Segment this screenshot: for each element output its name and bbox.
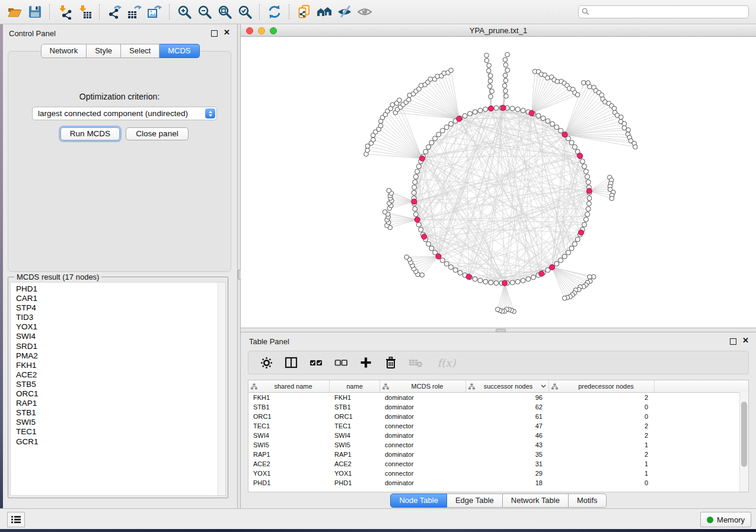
predecessor-nodes-cell: 2: [549, 450, 655, 459]
mcds-result-item[interactable]: GCR1: [11, 437, 218, 447]
new-network-from-selection-button[interactable]: [294, 3, 314, 21]
mcds-result-item[interactable]: SRD1: [11, 342, 218, 351]
table-row[interactable]: ORC1ORC1dominator610: [248, 412, 748, 421]
horizontal-splitter[interactable]: [241, 328, 756, 332]
deselect-all-button[interactable]: [334, 355, 348, 370]
network-window-titlebar[interactable]: YPA_prune.txt_1: [241, 24, 756, 37]
export-network-button[interactable]: [104, 3, 125, 21]
function-builder-button[interactable]: f(x): [433, 355, 460, 370]
network-fan-edges: [366, 55, 636, 311]
table-row[interactable]: SWI5SWI5connector431: [248, 440, 748, 450]
network-canvas[interactable]: [241, 37, 756, 328]
column-header-predecessor-nodes[interactable]: predecessor nodes: [549, 380, 655, 392]
show-panels-list-button[interactable]: [7, 512, 25, 527]
tab-motifs[interactable]: Motifs: [569, 493, 607, 508]
tab-edge-table[interactable]: Edge Table: [447, 493, 503, 508]
mcds-result-item[interactable]: STB5: [11, 380, 218, 389]
zoom-out-button[interactable]: [194, 3, 215, 21]
table-row[interactable]: PHD1PHD1dominator180: [248, 478, 748, 488]
mcds-result-item[interactable]: PHD1: [11, 284, 218, 294]
mcds-result-item[interactable]: ACE2: [11, 370, 218, 380]
mcds-role-cell: dominator: [380, 393, 466, 402]
name-cell: YOX1: [330, 469, 380, 478]
mcds-result-item[interactable]: SWI5: [11, 418, 218, 427]
import-table-icon: [77, 4, 92, 20]
mcds-result-item[interactable]: CAR1: [11, 294, 218, 303]
search-input[interactable]: [578, 5, 749, 18]
tab-network[interactable]: Network: [40, 44, 87, 58]
save-session-button[interactable]: [25, 3, 45, 21]
mcds-result-item[interactable]: YOX1: [11, 322, 218, 332]
apply-layout-button[interactable]: [264, 3, 285, 21]
eye-slash-icon: [336, 4, 353, 20]
float-panel-button[interactable]: [211, 30, 218, 37]
zoom-selected-button[interactable]: [235, 3, 255, 21]
column-header-mcds-role[interactable]: MCDS role: [380, 380, 466, 392]
shared-name-cell: TEC1: [248, 421, 330, 431]
predecessor-nodes-cell: 1: [549, 440, 655, 450]
tab-network-table[interactable]: Network Table: [503, 493, 569, 508]
mcds-result-item[interactable]: TEC1: [11, 427, 218, 437]
select-all-button[interactable]: [309, 355, 323, 370]
add-column-button[interactable]: [359, 355, 373, 370]
close-panel-button-mcds[interactable]: Close panel: [126, 127, 189, 140]
export-image-button[interactable]: [145, 3, 165, 21]
tab-style[interactable]: Style: [87, 44, 121, 58]
table-row[interactable]: RAP1RAP1dominator352: [248, 450, 748, 459]
zoom-in-button[interactable]: [174, 3, 194, 21]
mcds-result-item[interactable]: SWI4: [11, 332, 218, 341]
network-window-title: YPA_prune.txt_1: [241, 26, 756, 35]
hide-selected-button[interactable]: [334, 3, 355, 21]
attribute-type-icon: [551, 383, 558, 390]
import-table-button[interactable]: [75, 3, 95, 21]
refresh-icon: [267, 4, 282, 20]
network-graph[interactable]: [241, 37, 756, 328]
run-mcds-button[interactable]: Run MCDS: [60, 127, 120, 140]
tab-node-table[interactable]: Node Table: [390, 493, 447, 508]
mcds-result-item[interactable]: FKH1: [11, 361, 218, 370]
tab-mcds[interactable]: MCDS: [160, 44, 199, 58]
show-columns-button[interactable]: [284, 355, 298, 370]
shared-name-cell: RAP1: [248, 450, 330, 459]
close-panel-button[interactable]: ✕: [742, 336, 749, 345]
optimization-criterion-select[interactable]: largest connected component (undirected): [32, 107, 217, 120]
export-table-button[interactable]: [125, 3, 145, 21]
column-header-shared-name[interactable]: shared name: [248, 380, 330, 392]
successor-nodes-cell: 96: [466, 393, 549, 402]
tab-select[interactable]: Select: [121, 44, 160, 58]
show-hidden-button[interactable]: [355, 3, 375, 21]
import-network-button[interactable]: [55, 3, 75, 21]
table-row[interactable]: ACE2ACE2connector311: [248, 459, 748, 469]
mcds-result-item[interactable]: RAP1: [11, 399, 218, 408]
table-header-row: shared namenameMCDS rolesuccessor nodesp…: [248, 380, 748, 393]
close-panel-button[interactable]: ✕: [224, 28, 230, 37]
mcds-result-item[interactable]: TID3: [11, 313, 218, 322]
first-neighbors-button[interactable]: [314, 3, 334, 21]
open-session-button[interactable]: [5, 3, 25, 21]
trash-icon: [385, 357, 397, 369]
table-row[interactable]: SWI4SWI4dominator462: [248, 431, 748, 440]
delete-table-button[interactable]: [409, 355, 423, 370]
zoom-fit-button[interactable]: [215, 3, 235, 21]
table-row[interactable]: FKH1FKH1dominator962: [248, 393, 748, 402]
mcds-result-item[interactable]: STP4: [11, 303, 218, 313]
mcds-tab-content: Optimization criterion: largest connecte…: [8, 51, 231, 272]
mcds-result-item[interactable]: PMA2: [11, 351, 218, 361]
memory-button[interactable]: Memory: [700, 512, 751, 527]
mcds-list-scrollbar[interactable]: [218, 283, 225, 495]
zoom-in-icon: [177, 4, 192, 20]
table-row[interactable]: TEC1TEC1connector472: [248, 421, 748, 431]
mcds-role-cell: dominator: [380, 450, 466, 459]
delete-column-button[interactable]: [384, 355, 398, 370]
mcds-result-item[interactable]: ORC1: [11, 389, 218, 399]
column-header-name[interactable]: name: [330, 380, 380, 392]
table-scrollbar-thumb[interactable]: [741, 402, 747, 467]
mcds-result-item[interactable]: STB1: [11, 408, 218, 418]
column-header-successor-nodes[interactable]: successor nodes: [466, 380, 549, 392]
table-row[interactable]: YOX1YOX1connector291: [248, 469, 748, 478]
unchecked-boxes-icon: [334, 357, 347, 368]
column-settings-button[interactable]: [259, 355, 273, 370]
float-panel-button[interactable]: [730, 338, 736, 345]
table-row[interactable]: STB1STB1dominator620: [248, 402, 748, 412]
table-scrollbar[interactable]: [739, 392, 748, 492]
